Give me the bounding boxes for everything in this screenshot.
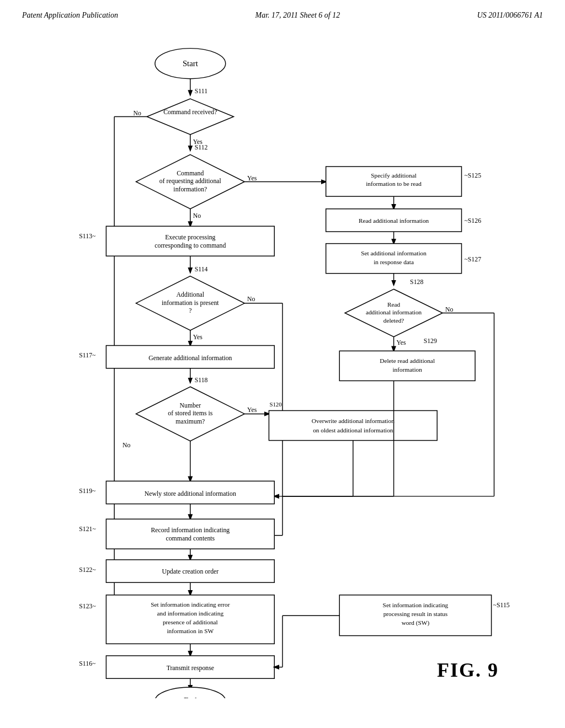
svg-text:command contents: command contents <box>166 535 215 543</box>
svg-text:Yes: Yes <box>193 333 203 341</box>
svg-text:processing result in status: processing result in status <box>383 611 447 617</box>
svg-text:Record information indicating: Record information indicating <box>151 526 230 534</box>
svg-text:S119~: S119~ <box>79 487 96 495</box>
svg-text:Specify additional: Specify additional <box>371 172 417 179</box>
header-left: Patent Application Publication <box>22 11 118 20</box>
svg-text:S113~: S113~ <box>79 232 96 240</box>
svg-text:S112: S112 <box>195 143 208 151</box>
svg-text:information to be read: information to be read <box>366 180 422 187</box>
svg-text:of requesting additional: of requesting additional <box>159 177 222 185</box>
svg-text:S118: S118 <box>195 376 208 384</box>
svg-text:S111: S111 <box>195 87 207 95</box>
svg-text:S122~: S122~ <box>79 566 96 574</box>
svg-text:~S127: ~S127 <box>464 255 481 263</box>
svg-text:Read additional information: Read additional information <box>359 217 429 224</box>
svg-text:word (SW): word (SW) <box>402 619 430 627</box>
svg-text:S128: S128 <box>410 278 423 286</box>
svg-rect-22 <box>106 226 274 256</box>
svg-marker-4 <box>147 99 233 135</box>
svg-text:Update creation order: Update creation order <box>162 568 218 575</box>
svg-text:S116~: S116~ <box>79 660 96 667</box>
svg-text:~S126: ~S126 <box>464 217 481 224</box>
svg-text:information: information <box>392 366 422 373</box>
svg-text:~S115: ~S115 <box>493 601 510 609</box>
svg-text:Execute processing: Execute processing <box>165 233 215 241</box>
page-header: Patent Application Publication Mar. 17, … <box>22 11 543 20</box>
svg-text:Command received?: Command received? <box>163 108 217 116</box>
svg-text:Number: Number <box>179 402 201 409</box>
svg-text:Yes: Yes <box>247 174 257 182</box>
page: Patent Application Publication Mar. 17, … <box>0 0 565 728</box>
svg-text:information?: information? <box>173 185 207 193</box>
diagram-area: Start S111 Command received? No Yes S112 <box>22 25 543 698</box>
svg-text:Delete read additional: Delete read additional <box>380 357 435 364</box>
svg-text:S117~: S117~ <box>79 351 96 359</box>
svg-text:Additional: Additional <box>177 291 205 298</box>
figure-label: FIG. 9 <box>437 659 499 682</box>
svg-text:additional information: additional information <box>366 309 422 315</box>
svg-text:Start: Start <box>183 59 199 68</box>
svg-text:Set information indicating err: Set information indicating error <box>151 601 230 608</box>
svg-text:information in SW: information in SW <box>167 628 214 634</box>
svg-text:Yes: Yes <box>247 406 257 414</box>
svg-text:maximum?: maximum? <box>175 417 205 425</box>
svg-text:S120: S120 <box>269 401 281 408</box>
svg-text:No: No <box>134 109 142 117</box>
svg-text:S123~: S123~ <box>79 602 96 610</box>
flowchart-svg: Start S111 Command received? No Yes S112 <box>22 25 543 698</box>
svg-text:presence of additional: presence of additional <box>163 619 218 625</box>
svg-text:Generate additional informatio: Generate additional information <box>148 354 232 362</box>
svg-text:End: End <box>184 697 197 698</box>
svg-text:corresponding to command: corresponding to command <box>154 242 226 250</box>
svg-text:on oldest additional informati: on oldest additional information <box>313 427 393 433</box>
svg-text:Yes: Yes <box>397 339 407 346</box>
svg-text:?: ? <box>189 307 191 315</box>
svg-text:Command: Command <box>177 169 204 177</box>
svg-text:No: No <box>445 306 454 313</box>
svg-text:S114: S114 <box>195 265 208 273</box>
svg-rect-51 <box>269 411 437 441</box>
svg-text:Overwrite additional informati: Overwrite additional information <box>312 417 395 424</box>
svg-text:information is present: information is present <box>162 299 219 307</box>
svg-text:~S125: ~S125 <box>464 172 481 179</box>
svg-text:deleted?: deleted? <box>383 317 404 324</box>
header-right: US 2011/0066761 A1 <box>477 11 543 20</box>
svg-text:in response data: in response data <box>374 259 414 265</box>
svg-text:No: No <box>122 441 131 449</box>
svg-text:S129: S129 <box>424 337 437 345</box>
svg-text:Transmit response: Transmit response <box>167 664 214 672</box>
svg-text:and information indicating: and information indicating <box>157 610 224 617</box>
header-center: Mar. 17, 2011 Sheet 6 of 12 <box>255 11 340 20</box>
svg-text:S121~: S121~ <box>79 525 96 533</box>
svg-text:Set additional information: Set additional information <box>361 250 427 256</box>
svg-text:Read: Read <box>387 301 401 308</box>
svg-text:of stored items is: of stored items is <box>168 409 212 417</box>
svg-text:No: No <box>193 212 201 220</box>
svg-text:Set information indicating: Set information indicating <box>383 602 449 608</box>
svg-text:Newly store additional informa: Newly store additional information <box>145 490 236 497</box>
svg-text:No: No <box>247 295 255 303</box>
svg-rect-61 <box>106 519 274 549</box>
